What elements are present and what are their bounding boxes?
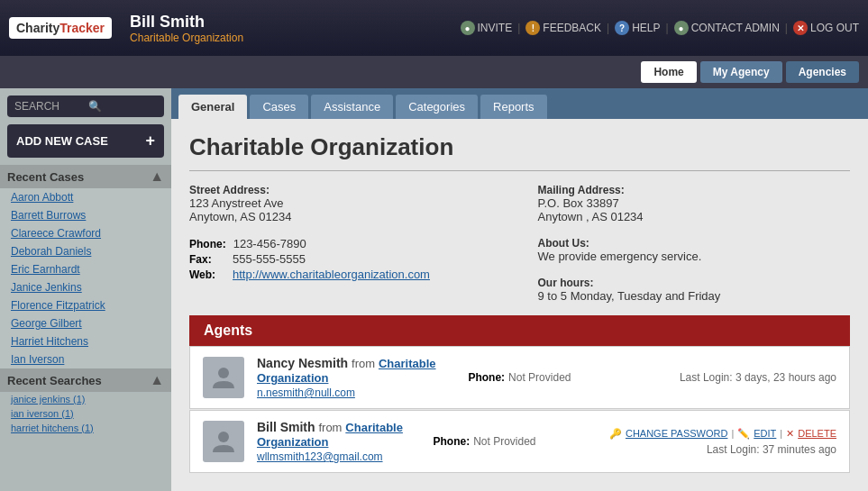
tab-general[interactable]: General — [178, 95, 247, 119]
logout-button[interactable]: ✕ LOG OUT — [793, 21, 859, 35]
street-line2: Anytown, AS 01234 — [189, 210, 502, 223]
street-address-label: Street Address: — [189, 184, 502, 196]
sidebar-case-link[interactable]: Barrett Burrows — [0, 206, 171, 224]
person-icon: ● — [461, 21, 475, 35]
user-name: Bill Smith — [130, 13, 449, 32]
agent-row: Nancy Nesmith from Charitable Organizati… — [189, 346, 850, 409]
sidebar-case-link[interactable]: Clareece Crawford — [0, 224, 171, 242]
help-icon: ? — [615, 21, 629, 35]
tab-reports[interactable]: Reports — [480, 95, 547, 119]
edit-button[interactable]: EDIT — [754, 428, 776, 439]
about-value: We provide emergency service. — [538, 250, 851, 263]
sidebar-case-link[interactable]: Florence Fitzpatrick — [0, 296, 171, 314]
user-info: Bill Smith Charitable Organization — [130, 13, 449, 44]
agents-header: Agents — [189, 315, 850, 346]
phone-value: Not Provided — [508, 371, 571, 384]
phone-label: Phone: — [433, 435, 470, 448]
street-line1: 123 Anystreet Ave — [189, 196, 502, 210]
invite-button[interactable]: ● INVITE — [461, 21, 513, 35]
home-button[interactable]: Home — [641, 61, 696, 83]
header-actions: ● INVITE | ! FEEDBACK | ? HELP | ● CONTA… — [461, 21, 859, 35]
org-title: Charitable Organization — [189, 133, 850, 161]
plus-icon: + — [145, 132, 155, 150]
feedback-icon: ! — [525, 21, 540, 35]
sidebar-case-link[interactable]: Janice Jenkins — [0, 278, 171, 296]
logo-charity: Charity — [16, 21, 59, 35]
phone-label: Phone: — [468, 371, 505, 384]
collapse-recent-cases-icon[interactable]: ▲ — [150, 168, 164, 185]
tab-categories[interactable]: Categories — [396, 95, 478, 119]
page-content: Charitable Organization Street Address: … — [171, 119, 868, 488]
edit-icon: ✏️ — [737, 428, 750, 440]
mailing-line2: Anytown , AS 01234 — [538, 210, 851, 223]
sidebar-search-link[interactable]: janice jenkins (1) — [0, 392, 171, 406]
feedback-button[interactable]: ! FEEDBACK — [525, 21, 601, 35]
web-label: Web: — [189, 268, 225, 281]
avatar — [203, 421, 244, 462]
agent-email[interactable]: n.nesmith@null.com — [257, 386, 355, 399]
sidebar-case-link[interactable]: Harriet Hitchens — [0, 332, 171, 350]
logo-tracker: Tracker — [59, 21, 105, 35]
collapse-recent-searches-icon[interactable]: ▲ — [150, 372, 164, 388]
recent-cases-header: Recent Cases ▲ — [0, 165, 171, 188]
from-label: from — [352, 357, 375, 370]
contact-icon: ● — [674, 21, 689, 35]
org-info-grid: Street Address: 123 Anystreet Ave Anytow… — [189, 184, 850, 303]
sidebar-case-link[interactable]: Deborah Daniels — [0, 242, 171, 260]
add-new-case-label: ADD NEW CASE — [16, 134, 108, 148]
fax-value: 555-555-5555 — [233, 252, 306, 266]
tab-assistance[interactable]: Assistance — [311, 95, 393, 119]
last-login: Last Login: 37 minutes ago — [707, 443, 836, 456]
logo[interactable]: CharityTracker — [9, 17, 112, 39]
from-label: from — [318, 421, 342, 434]
agent-row: Bill Smith from Charitable Organizationw… — [189, 410, 850, 473]
tabs: GeneralCasesAssistanceCategoriesReports — [171, 88, 868, 119]
svg-point-1 — [218, 432, 229, 442]
agencies-button[interactable]: Agencies — [786, 61, 859, 83]
about-label: About Us: — [538, 237, 851, 250]
web-link[interactable]: http://www.charitableorganization.com — [233, 268, 430, 281]
contact-admin-button[interactable]: ● CONTACT ADMIN — [674, 21, 780, 35]
search-icon[interactable]: 🔍 — [88, 100, 157, 113]
mailing-line1: P.O. Box 33897 — [538, 196, 851, 210]
add-new-case-button[interactable]: ADD NEW CASE + — [7, 124, 164, 158]
my-agency-button[interactable]: My Agency — [700, 61, 782, 83]
sidebar-search-link[interactable]: ian iverson (1) — [0, 406, 171, 421]
agent-actions: 🔑 CHANGE PASSWORD | ✏️ EDIT | ✕ DELETE — [609, 428, 836, 440]
mailing-address-label: Mailing Address: — [538, 184, 851, 196]
agents-list: Nancy Nesmith from Charitable Organizati… — [189, 346, 850, 473]
hours-value: 9 to 5 Monday, Tuesday and Friday — [538, 289, 851, 303]
sidebar: SEARCH 🔍 ADD NEW CASE + Recent Cases ▲ A… — [0, 88, 171, 491]
recent-cases-list: Aaron AbbottBarrett BurrowsClareece Craw… — [0, 188, 171, 368]
agent-info: Nancy Nesmith from Charitable Organizati… — [257, 356, 455, 399]
hours-label: Our hours: — [538, 277, 851, 289]
sidebar-case-link[interactable]: Ian Iverson — [0, 350, 171, 368]
agent-name: Bill Smith from Charitable Organization — [257, 420, 403, 449]
org-divider — [189, 170, 850, 171]
sidebar-case-link[interactable]: George Gilbert — [0, 314, 171, 332]
phone-label: Phone: — [189, 238, 226, 250]
nav-bar: Home My Agency Agencies — [0, 56, 868, 88]
phone-value: Not Provided — [473, 435, 535, 448]
agent-name: Nancy Nesmith from Charitable Organizati… — [257, 356, 436, 385]
delete-button[interactable]: DELETE — [798, 428, 836, 439]
header: CharityTracker Bill Smith Charitable Org… — [0, 0, 868, 56]
delete-x-icon: ✕ — [786, 428, 794, 440]
search-bar[interactable]: SEARCH 🔍 — [7, 95, 164, 117]
agent-org-link[interactable]: Charitable Organization — [257, 357, 436, 385]
sidebar-search-link[interactable]: harriet hitchens (1) — [0, 421, 171, 435]
phone-value: 123-456-7890 — [233, 237, 306, 250]
key-icon: 🔑 — [609, 428, 622, 440]
tab-cases[interactable]: Cases — [250, 95, 308, 119]
change-password-button[interactable]: CHANGE PASSWORD — [626, 428, 727, 439]
svg-point-0 — [218, 368, 229, 378]
address-col: Street Address: 123 Anystreet Ave Anytow… — [189, 184, 502, 303]
agent-email[interactable]: wllmsmith123@gmail.com — [257, 450, 383, 463]
user-org: Charitable Organization — [130, 32, 449, 44]
help-button[interactable]: ? HELP — [615, 21, 660, 35]
sidebar-case-link[interactable]: Eric Earnhardt — [0, 260, 171, 278]
search-label: SEARCH — [14, 100, 83, 113]
sidebar-case-link[interactable]: Aaron Abbott — [0, 188, 171, 206]
logout-icon: ✕ — [793, 21, 808, 35]
last-login: Last Login: 3 days, 23 hours ago — [680, 371, 836, 384]
